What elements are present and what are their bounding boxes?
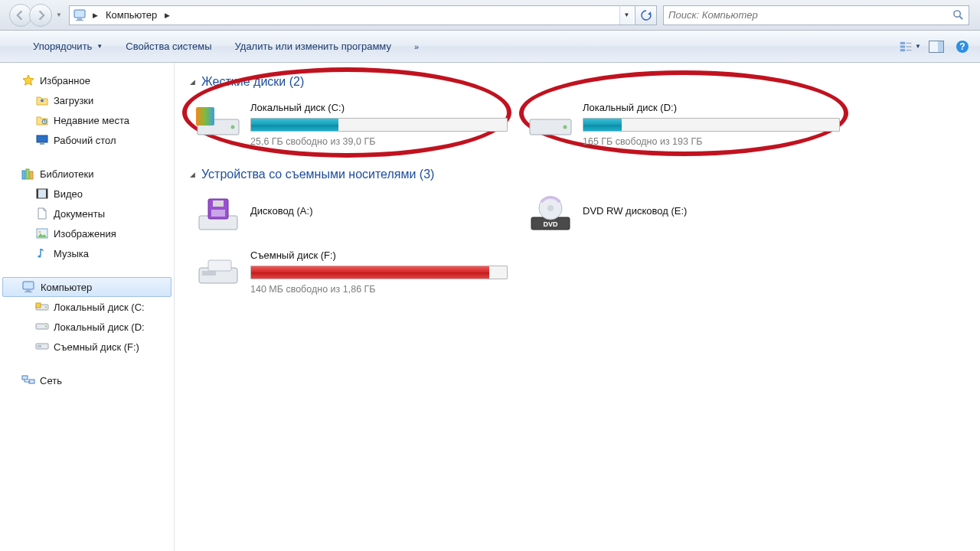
breadcrumb-computer[interactable]: Компьютер: [101, 7, 162, 24]
section-removable-header[interactable]: ◢ Устройства со съемными носителями (3): [190, 168, 972, 181]
svg-point-40: [231, 126, 235, 129]
organize-menu[interactable]: Упорядочить ▼: [21, 35, 114, 58]
svg-rect-23: [46, 189, 47, 198]
network-header[interactable]: Сеть: [0, 370, 174, 390]
documents-icon: [35, 207, 49, 220]
svg-rect-27: [23, 282, 34, 289]
svg-rect-36: [38, 345, 41, 347]
sidebar-item-pictures[interactable]: Изображения: [0, 223, 174, 243]
drive-d[interactable]: Локальный диск (D:) 165 ГБ свободно из 1…: [522, 98, 844, 151]
capacity-fill: [583, 119, 622, 131]
svg-point-25: [39, 231, 41, 233]
svg-point-26: [38, 255, 41, 257]
floppy-icon: [194, 194, 243, 234]
pictures-icon: [35, 227, 49, 240]
computer-label: Компьютер: [41, 282, 92, 293]
computer-group: Компьютер Локальный диск (C: Локальный д…: [0, 277, 174, 357]
history-dropdown[interactable]: ▼: [54, 8, 64, 23]
sidebar-item-disk-c[interactable]: Локальный диск (C:: [0, 297, 174, 317]
search-input[interactable]: [668, 9, 952, 21]
drive-title: DVD RW дисковод (E:): [583, 205, 840, 217]
network-group: Сеть: [0, 370, 174, 390]
sidebar-item-videos[interactable]: Видео: [0, 184, 174, 204]
section-hdd-header[interactable]: ◢ Жесткие диски (2): [190, 75, 972, 89]
music-icon: [35, 246, 49, 260]
svg-rect-28: [26, 290, 31, 292]
hdd-grid: Локальный диск (C:) 25,6 ГБ свободно из …: [190, 98, 972, 151]
refresh-button[interactable]: [635, 5, 657, 25]
drive-dvd[interactable]: DVD DVD RW дисковод (E:): [522, 191, 844, 238]
computer-icon: [22, 280, 36, 294]
favorites-header[interactable]: Избранное: [0, 70, 174, 90]
chevron-right-icon[interactable]: ▶: [162, 11, 173, 19]
sidebar-item-downloads[interactable]: Загрузки: [0, 90, 174, 110]
sidebar-item-recent[interactable]: Недавние места: [0, 110, 174, 130]
drive-f[interactable]: Съемный диск (F:) 140 МБ свободно из 1,8…: [190, 246, 511, 298]
drive-subtitle: 25,6 ГБ свободно из 39,0 ГБ: [250, 136, 508, 147]
svg-rect-0: [74, 10, 85, 18]
svg-rect-1: [77, 18, 82, 20]
label: Загрузки: [54, 95, 93, 106]
recent-icon: [35, 113, 49, 127]
svg-rect-32: [36, 303, 41, 308]
drive-icon: [35, 320, 49, 334]
svg-point-51: [547, 205, 554, 211]
svg-text:DVD: DVD: [543, 220, 558, 228]
sidebar-item-disk-d[interactable]: Локальный диск (D:: [0, 317, 174, 337]
nav-pane: Избранное Загрузки Недавние места Рабочи…: [0, 63, 175, 551]
drive-title: Съемный диск (F:): [250, 249, 508, 261]
desktop-icon: [35, 133, 49, 147]
network-icon: [21, 373, 35, 387]
label: Локальный диск (C:: [54, 302, 145, 313]
svg-rect-41: [196, 107, 214, 126]
svg-rect-7: [900, 49, 905, 51]
drive-subtitle: 140 МБ свободно из 1,86 ГБ: [250, 284, 508, 295]
forward-button[interactable]: [29, 4, 52, 27]
star-icon: [21, 73, 35, 87]
sidebar-item-disk-f[interactable]: Съемный диск (F:): [0, 337, 174, 357]
toolbar-overflow[interactable]: »: [403, 35, 428, 58]
computer-header[interactable]: Компьютер: [2, 277, 172, 297]
drive-icon: [194, 102, 243, 142]
drive-a[interactable]: Дисковод (A:): [190, 191, 511, 238]
breadcrumb-dropdown[interactable]: ▼: [619, 6, 633, 24]
collapse-icon: ◢: [190, 171, 195, 178]
drive-icon: [35, 340, 49, 354]
svg-rect-37: [22, 376, 28, 380]
content-pane: ◢ Жесткие диски (2) Локальный диск (C:) …: [175, 63, 980, 551]
toolbar: Упорядочить ▼ Свойства системы Удалить и…: [0, 31, 980, 63]
section-title: Жесткие диски (2): [201, 75, 304, 89]
libraries-header[interactable]: Библиотеки: [0, 164, 174, 184]
video-icon: [35, 187, 49, 201]
favorites-group: Избранное Загрузки Недавние места Рабочи…: [0, 70, 174, 150]
system-properties-button[interactable]: Свойства системы: [114, 35, 223, 58]
drive-icon: [35, 300, 49, 314]
svg-rect-53: [202, 271, 216, 276]
help-button[interactable]: ?: [951, 36, 974, 57]
uninstall-program-button[interactable]: Удалить или изменить программу: [224, 35, 403, 58]
change-view-button[interactable]: ▼: [899, 36, 922, 57]
nav-arrows: ▼: [9, 4, 64, 27]
svg-rect-22: [37, 189, 38, 198]
sidebar-item-desktop[interactable]: Рабочий стол: [0, 130, 174, 150]
svg-rect-12: [938, 41, 943, 52]
svg-point-31: [45, 307, 47, 308]
sidebar-item-documents[interactable]: Документы: [0, 204, 174, 223]
svg-line-4: [959, 16, 962, 19]
svg-rect-54: [208, 260, 231, 271]
drive-c[interactable]: Локальный диск (C:) 25,6 ГБ свободно из …: [190, 98, 511, 151]
folder-icon: [35, 93, 49, 107]
chevron-right-icon[interactable]: ▶: [90, 11, 101, 19]
sidebar-item-music[interactable]: Музыка: [0, 243, 174, 263]
toolbar-right: ▼ ?: [899, 36, 974, 57]
search-box[interactable]: [663, 5, 969, 25]
drive-title: Дисковод (A:): [250, 205, 508, 217]
svg-point-43: [564, 126, 567, 129]
svg-rect-46: [213, 201, 224, 207]
preview-pane-button[interactable]: [925, 36, 948, 57]
breadcrumb[interactable]: ▶ Компьютер ▶ ▼: [69, 5, 635, 25]
svg-rect-29: [24, 292, 32, 292]
libraries-label: Библиотеки: [40, 168, 93, 180]
system-properties-label: Свойства системы: [126, 41, 211, 52]
capacity-fill: [251, 266, 489, 279]
